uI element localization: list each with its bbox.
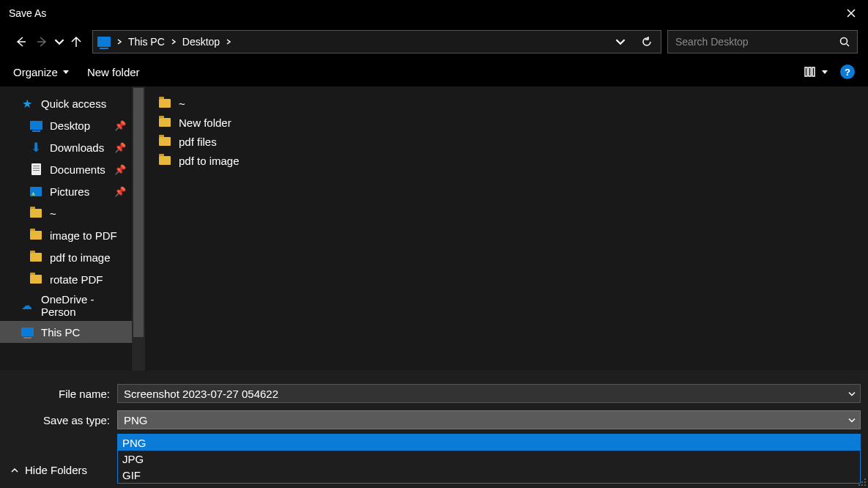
hide-folders-button[interactable]: Hide Folders <box>10 464 87 476</box>
sidebar-this-pc-label: This PC <box>41 326 80 339</box>
picture-icon <box>29 185 42 197</box>
arrow-up-icon <box>70 36 82 48</box>
main-area: ★ Quick access Desktop 📌 ⬇ Downloads 📌 D… <box>0 86 868 371</box>
help-button[interactable]: ? <box>840 64 855 79</box>
dropdown-option[interactable]: GIF <box>118 467 860 483</box>
breadcrumb-current[interactable]: Desktop <box>182 36 220 48</box>
pin-icon: 📌 <box>114 120 126 131</box>
organize-button[interactable]: Organize <box>13 66 70 78</box>
refresh-button[interactable] <box>637 32 656 51</box>
sidebar-item-desktop[interactable]: Desktop 📌 <box>0 114 132 136</box>
folder-icon <box>29 207 42 219</box>
search-icon <box>839 37 850 47</box>
list-item[interactable]: pdf files <box>158 132 856 151</box>
svg-point-4 <box>864 478 866 480</box>
caret-down-icon <box>821 68 828 75</box>
breadcrumb-root[interactable]: This PC <box>128 36 165 48</box>
folder-icon <box>29 251 42 263</box>
list-item[interactable]: ~ <box>158 94 856 113</box>
save-type-dropdown[interactable]: PNG JPG GIF <box>117 434 861 484</box>
list-item[interactable]: New folder <box>158 113 856 132</box>
sidebar-onedrive[interactable]: ☁ OneDrive - Person <box>0 295 132 317</box>
sidebar-onedrive-label: OneDrive - Person <box>41 293 132 318</box>
sidebar-item-documents[interactable]: Documents 📌 <box>0 158 132 180</box>
svg-point-8 <box>861 484 863 486</box>
list-item[interactable]: pdf to image <box>158 151 856 170</box>
search-input[interactable] <box>675 36 839 48</box>
svg-rect-2 <box>809 67 811 76</box>
view-icon <box>804 65 817 78</box>
chevron-right-icon <box>171 37 177 47</box>
svg-rect-1 <box>805 67 807 76</box>
svg-point-5 <box>861 481 863 483</box>
save-type-select[interactable]: PNG <box>117 410 861 429</box>
recent-locations-button[interactable] <box>54 32 64 52</box>
file-name-row: File name: <box>7 382 861 404</box>
sidebar-item-label: pdf to image <box>50 251 111 264</box>
sidebar-item-folder[interactable]: rotate PDF <box>0 268 132 290</box>
hide-folders-label: Hide Folders <box>25 464 87 476</box>
address-dropdown-button[interactable] <box>611 32 630 51</box>
folder-icon <box>158 155 171 166</box>
refresh-icon <box>642 37 652 47</box>
svg-point-9 <box>864 484 866 486</box>
svg-point-7 <box>858 484 860 486</box>
sidebar-scrollbar[interactable] <box>132 86 145 371</box>
breadcrumb: This PC Desktop <box>97 36 231 48</box>
chevron-right-icon <box>116 37 122 47</box>
document-icon <box>29 163 42 175</box>
close-button[interactable] <box>834 0 868 26</box>
file-name-input-wrap[interactable] <box>117 384 861 403</box>
nav-arrows <box>10 32 86 52</box>
chevron-down-icon <box>615 37 626 47</box>
up-button[interactable] <box>66 32 86 52</box>
download-icon: ⬇ <box>29 141 42 153</box>
sidebar-item-pictures[interactable]: Pictures 📌 <box>0 180 132 202</box>
sidebar-item-label: ~ <box>50 207 56 220</box>
save-type-value: PNG <box>124 414 148 426</box>
new-folder-label: New folder <box>87 66 140 78</box>
scrollbar-thumb[interactable] <box>133 88 144 337</box>
folder-icon <box>29 273 42 285</box>
sidebar-item-label: image to PDF <box>50 229 117 242</box>
file-name-label: File name: <box>7 388 117 400</box>
sidebar-container: ★ Quick access Desktop 📌 ⬇ Downloads 📌 D… <box>0 86 146 371</box>
pin-icon: 📌 <box>114 186 126 197</box>
window-title: Save As <box>9 7 46 19</box>
file-name-dropdown-button[interactable] <box>848 388 856 400</box>
cloud-icon: ☁ <box>21 300 34 311</box>
pc-icon <box>21 326 34 338</box>
file-name-input[interactable] <box>124 385 854 402</box>
pin-icon: 📌 <box>114 142 126 153</box>
dropdown-option[interactable]: JPG <box>118 451 860 467</box>
forward-button[interactable] <box>32 32 53 52</box>
new-folder-button[interactable]: New folder <box>87 66 140 78</box>
svg-point-0 <box>841 38 847 45</box>
search-box[interactable] <box>667 30 858 53</box>
chevron-up-icon <box>10 466 19 475</box>
file-list[interactable]: ~ New folder pdf files pdf to image <box>146 86 868 371</box>
file-name: New folder <box>179 117 231 129</box>
view-options-button[interactable] <box>804 65 828 78</box>
address-bar[interactable]: This PC Desktop <box>92 30 661 53</box>
titlebar: Save As <box>0 0 868 26</box>
pc-icon <box>97 36 111 48</box>
sidebar-item-folder[interactable]: image to PDF <box>0 224 132 246</box>
chevron-down-icon <box>848 417 856 424</box>
svg-rect-3 <box>812 67 815 76</box>
close-icon <box>847 9 856 18</box>
sidebar-item-folder[interactable]: pdf to image <box>0 246 132 268</box>
sidebar: ★ Quick access Desktop 📌 ⬇ Downloads 📌 D… <box>0 86 132 371</box>
sidebar-this-pc[interactable]: This PC <box>0 321 132 343</box>
dropdown-option[interactable]: PNG <box>118 435 860 451</box>
folder-icon <box>158 117 171 128</box>
file-name: pdf to image <box>179 155 240 167</box>
desktop-icon <box>29 119 42 131</box>
back-button[interactable] <box>10 32 31 52</box>
star-icon: ★ <box>21 97 34 109</box>
file-name: ~ <box>179 97 185 110</box>
sidebar-item-downloads[interactable]: ⬇ Downloads 📌 <box>0 136 132 158</box>
save-type-dropdown-button[interactable] <box>848 414 856 426</box>
sidebar-quick-access[interactable]: ★ Quick access <box>0 92 132 114</box>
sidebar-item-folder[interactable]: ~ <box>0 202 132 224</box>
